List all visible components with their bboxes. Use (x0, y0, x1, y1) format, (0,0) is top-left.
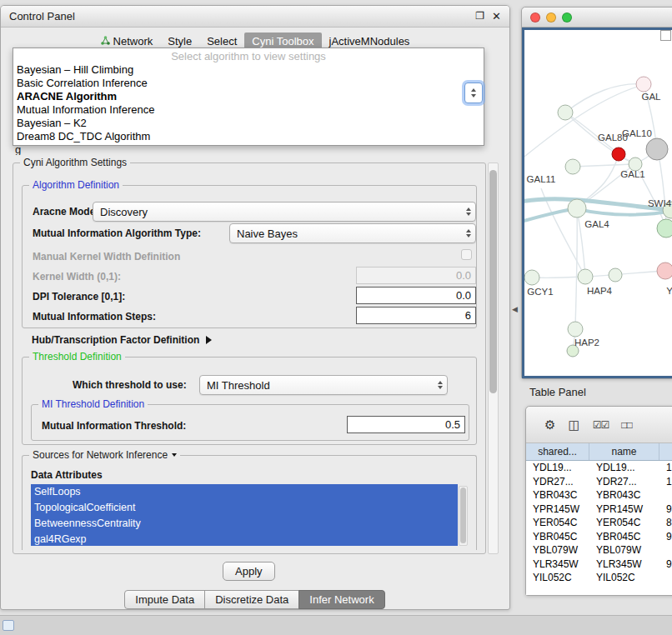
column-header[interactable] (659, 443, 672, 460)
mi-algorithm-type-select[interactable]: Naive Bayes (229, 223, 476, 243)
select-columns-unchecked-icon[interactable]: □□ (621, 420, 632, 430)
bottom-tab-impute-data[interactable]: Impute Data (124, 590, 205, 609)
minimize-traffic-icon[interactable] (546, 12, 556, 22)
scrollbar-thumb[interactable] (460, 488, 466, 543)
table-row[interactable]: YBR045CYBR045C9. (526, 530, 672, 544)
aracne-mode-select[interactable]: Discovery (93, 202, 476, 222)
dpi-tolerance-field[interactable]: 0.0 (356, 287, 476, 304)
network-window-titlebar[interactable] (522, 8, 672, 28)
network-node[interactable] (524, 270, 539, 285)
table-cell: YBL079W (526, 544, 589, 556)
algorithm-menu-item[interactable]: Dream8 DC_TDC Algorithm (13, 130, 484, 143)
algorithm-menu-item[interactable]: Bayesian – Hill Climbing (13, 63, 484, 77)
hub-definition-toggle[interactable]: Hub/Transcription Factor Definition (32, 334, 212, 346)
column-header[interactable]: shared... (526, 443, 589, 460)
attribute-list-item[interactable]: gal4RGexp (31, 532, 458, 546)
which-threshold-label: Which threshold to use: (73, 379, 187, 391)
kernel-width-field: 0.0 (356, 267, 476, 284)
attribute-list[interactable]: SelfLoopsTopologicalCoefficientBetweenne… (31, 484, 458, 546)
collapse-arrow-icon (172, 453, 177, 457)
gear-icon[interactable]: ⚙ (544, 418, 555, 431)
scrollbar-thumb[interactable] (489, 170, 497, 393)
network-node[interactable] (646, 138, 668, 160)
which-threshold-select[interactable]: MI Threshold (199, 375, 448, 395)
table-row[interactable]: YLR345WYLR345W9. (526, 558, 672, 572)
algorithm-menu-item[interactable]: Basic Correlation Inference (13, 77, 484, 90)
table-cell: 13 (659, 462, 672, 473)
panel-collapse-arrow-icon[interactable]: ◀ (512, 305, 518, 313)
algorithm-definition-group: Algorithm Definition Aracne Mode: Discov… (22, 185, 477, 328)
table-row[interactable]: YDR27...YDR27...12 (526, 475, 672, 489)
manual-kernel-width-label: Manual Kernel Width Definition (33, 251, 180, 262)
table-cell: YIL052C (589, 572, 659, 583)
network-tab-icon (101, 35, 110, 48)
tab-label: jActiveMNodules (329, 35, 410, 48)
control-panel-titlebar[interactable]: Control Panel ❐ ✕ (1, 6, 509, 28)
apply-button[interactable]: Apply (223, 562, 275, 581)
column-header[interactable]: name (589, 443, 659, 460)
table-cell: YBR043C (589, 489, 659, 501)
network-node[interactable] (657, 219, 672, 238)
bottom-tab-infer-network[interactable]: Infer Network (298, 590, 384, 609)
network-node[interactable] (578, 269, 593, 284)
cyni-settings-group-title: Cyni Algorithm Settings (20, 157, 130, 168)
close-window-icon[interactable]: ✕ (492, 10, 501, 22)
network-node[interactable] (565, 159, 580, 174)
mi-threshold-label: Mutual Information Threshold: (42, 420, 186, 432)
mi-threshold-field[interactable]: 0.5 (347, 416, 465, 433)
bottom-tab-discretize-data[interactable]: Discretize Data (204, 590, 299, 609)
network-node[interactable] (568, 322, 583, 337)
network-edge[interactable] (573, 164, 633, 167)
table-row[interactable]: YBR043CYBR043C (526, 488, 672, 502)
sources-group-title[interactable]: Sources for Network Inference (29, 449, 180, 461)
canvas-corner-box (660, 30, 671, 41)
select-columns-checked-icon[interactable]: ☑☑ (593, 420, 609, 430)
data-attributes-label: Data Attributes (31, 469, 103, 481)
network-node[interactable] (657, 262, 672, 279)
algorithm-menu-item[interactable]: Bayesian – K2 (13, 117, 484, 130)
table-panel-window: ⚙◫☑☑□□ shared...name YDL19...YDL19...13Y… (525, 406, 672, 596)
network-edge[interactable] (575, 209, 577, 328)
aracne-mode-label: Aracne Mode: (33, 206, 98, 218)
node-label: GAL1 (620, 169, 644, 179)
attribute-list-scrollbar[interactable] (459, 486, 468, 546)
table-row[interactable]: YDL19...YDL19...13 (526, 461, 672, 475)
threshold-definition-title: Threshold Definition (29, 351, 125, 362)
algorithm-menu-item[interactable]: ARACNE Algorithm (13, 90, 484, 103)
table-cell: YDR27... (526, 476, 589, 488)
network-edge[interactable] (524, 85, 643, 157)
table-cell: 12 (659, 476, 672, 488)
node-label: SWI4 (648, 198, 672, 208)
float-window-icon[interactable]: ❐ (475, 10, 484, 22)
settings-scrollbar[interactable] (488, 162, 499, 554)
network-node[interactable] (636, 77, 651, 92)
network-canvas[interactable]: GAL80GAL10GAL11GAL1SWI4GAL4GCY1HAP4HAP2G… (522, 28, 672, 378)
desktop: Control Panel ❐ ✕ NetworkStyleSelectCyni… (0, 0, 672, 635)
algorithm-menu-item[interactable]: Mutual Information Inference (13, 103, 484, 117)
network-node[interactable] (568, 199, 586, 218)
stepper-up-icon (471, 88, 476, 92)
control-panel-window: Control Panel ❐ ✕ NetworkStyleSelectCyni… (0, 5, 510, 610)
column-browser-icon[interactable]: ◫ (568, 418, 579, 431)
mi-steps-field[interactable]: 6 (356, 307, 476, 324)
algorithm-combobox-stepper[interactable] (464, 82, 483, 103)
attribute-list-item[interactable]: TopologicalCoefficient (31, 500, 458, 516)
table-row[interactable]: YIL052CYIL052C (526, 571, 672, 585)
zoom-traffic-icon[interactable] (562, 12, 572, 22)
network-node[interactable] (612, 148, 625, 161)
attribute-list-item[interactable]: BetweennessCentrality (31, 516, 458, 532)
table-row[interactable]: YER054CYER054C8. (526, 516, 672, 530)
network-edge[interactable] (586, 271, 664, 277)
network-node[interactable] (609, 268, 622, 282)
aracne-mode-value: Discovery (100, 206, 148, 218)
table-cell: 9. (659, 503, 672, 515)
minimized-window-icon[interactable] (3, 620, 14, 631)
node-label: GAL11 (527, 174, 556, 184)
table-row[interactable]: YBL079WYBL079W (526, 543, 672, 558)
manual-kernel-width-checkbox (461, 249, 472, 260)
close-traffic-icon[interactable] (530, 12, 540, 22)
table-row[interactable]: YPR145WYPR145W9. (526, 502, 672, 517)
network-node[interactable] (558, 105, 573, 120)
table-cell: YPR145W (589, 503, 659, 515)
attribute-list-item[interactable]: SelfLoops (31, 484, 458, 500)
